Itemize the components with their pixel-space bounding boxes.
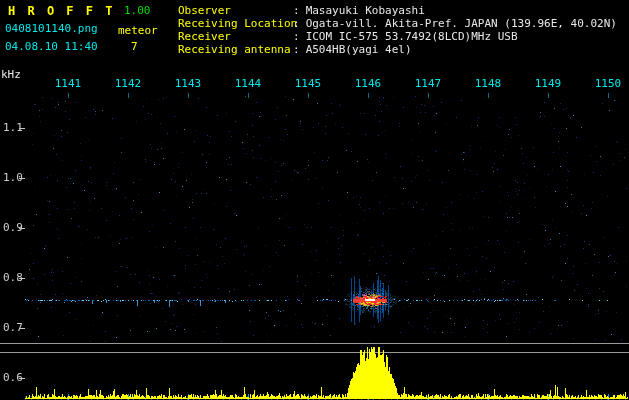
info-row-receiver: Receiver:ICOM IC-575 53.7492(8LCD)MHz US… <box>178 31 518 42</box>
freq-unit-label: kHz <box>1 69 21 80</box>
info-label-location: Receiving Location <box>178 18 293 29</box>
time-tick-label: 1142 <box>114 78 142 89</box>
freq-tick-label: 1.1 <box>3 122 23 133</box>
info-value-receiver: ICOM IC-575 53.7492(8LCD)MHz USB <box>306 30 518 43</box>
meteor-count: 7 <box>131 41 138 52</box>
time-tick-label: 1144 <box>234 78 262 89</box>
datetime-label: 04.08.10 11:40 <box>5 41 98 52</box>
info-value-antenna: A504HB(yagi 4el) <box>306 43 412 56</box>
freq-tick-label: 1.0 <box>3 172 23 183</box>
time-tick-label: 1147 <box>414 78 442 89</box>
time-tick-label: 1148 <box>474 78 502 89</box>
info-label-receiver: Receiver <box>178 31 293 42</box>
info-label-antenna: Receiving antenna <box>178 44 293 55</box>
time-tick-label: 1146 <box>354 78 382 89</box>
info-colon: : <box>293 4 300 17</box>
time-tick-label: 1150 <box>594 78 622 89</box>
info-row-observer: Observer:Masayuki Kobayashi <box>178 5 425 16</box>
app-version: 1.00 <box>124 5 151 16</box>
mode-label: meteor <box>118 25 158 36</box>
app-title: H R O F F T <box>8 4 115 18</box>
info-colon: : <box>293 30 300 43</box>
info-label-observer: Observer <box>178 5 293 16</box>
output-filename: 0408101140.png <box>5 23 98 34</box>
info-row-antenna: Receiving antenna:A504HB(yagi 4el) <box>178 44 412 55</box>
time-tick-label: 1145 <box>294 78 322 89</box>
freq-tick-label: 0.7 <box>3 322 23 333</box>
time-tick-label: 1141 <box>54 78 82 89</box>
time-tick-label: 1149 <box>534 78 562 89</box>
freq-tick-label: 0.6 <box>3 372 23 383</box>
hrofft-output-image: H R O F F T 1.00 0408101140.png meteor 0… <box>0 0 629 400</box>
time-tick-label: 1143 <box>174 78 202 89</box>
info-colon: : <box>293 43 300 56</box>
spectrogram-canvas <box>0 0 629 400</box>
freq-tick-label: 0.8 <box>3 272 23 283</box>
info-row-location: Receiving Location:Ogata-vill. Akita-Pre… <box>178 18 617 29</box>
info-colon: : <box>293 17 300 30</box>
freq-tick-label: 0.9 <box>3 222 23 233</box>
info-value-observer: Masayuki Kobayashi <box>306 4 425 17</box>
info-value-location: Ogata-vill. Akita-Pref. JAPAN (139.96E, … <box>306 17 617 30</box>
